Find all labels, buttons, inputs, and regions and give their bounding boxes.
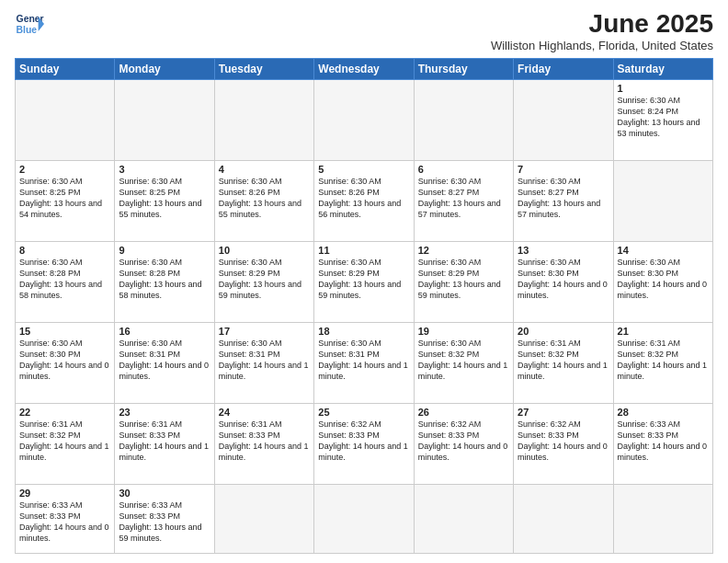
header-wednesday: Wednesday — [314, 59, 414, 80]
day-18: 18 Sunrise: 6:30 AMSunset: 8:31 PMDaylig… — [314, 322, 414, 403]
day-27: 27 Sunrise: 6:32 AMSunset: 8:33 PMDaylig… — [514, 403, 613, 484]
week-row-6: 29 Sunrise: 6:33 AMSunset: 8:33 PMDaylig… — [16, 484, 713, 553]
day-22: 22 Sunrise: 6:31 AMSunset: 8:32 PMDaylig… — [16, 403, 115, 484]
day-10: 10 Sunrise: 6:30 AMSunset: 8:29 PMDaylig… — [214, 241, 313, 322]
empty-cell — [414, 80, 513, 161]
svg-text:Blue: Blue — [17, 25, 38, 35]
day-29: 29 Sunrise: 6:33 AMSunset: 8:33 PMDaylig… — [16, 484, 115, 553]
day-30: 30 Sunrise: 6:33 AMSunset: 8:33 PMDaylig… — [115, 484, 214, 553]
day-17: 17 Sunrise: 6:30 AMSunset: 8:31 PMDaylig… — [214, 322, 313, 403]
day-8: 8 Sunrise: 6:30 AMSunset: 8:28 PMDayligh… — [16, 241, 115, 322]
header-sunday: Sunday — [16, 59, 115, 80]
empty-cell — [314, 484, 414, 553]
header-saturday: Saturday — [613, 59, 712, 80]
day-6: 6 Sunrise: 6:30 AMSunset: 8:27 PMDayligh… — [414, 160, 513, 241]
week-row-1: 1 Sunrise: 6:30 AMSunset: 8:24 PMDayligh… — [16, 80, 713, 161]
day-13: 13 Sunrise: 6:30 AMSunset: 8:30 PMDaylig… — [514, 241, 613, 322]
day-21: 21 Sunrise: 6:31 AMSunset: 8:32 PMDaylig… — [613, 322, 712, 403]
logo-icon: General Blue — [15, 9, 44, 39]
day-7: 7 Sunrise: 6:30 AMSunset: 8:27 PMDayligh… — [514, 160, 613, 241]
week-row-2: 2 Sunrise: 6:30 AMSunset: 8:25 PMDayligh… — [16, 160, 713, 241]
empty-cell — [214, 80, 313, 161]
day-19: 19 Sunrise: 6:30 AMSunset: 8:32 PMDaylig… — [414, 322, 513, 403]
empty-cell — [613, 484, 712, 553]
month-title: June 2025 — [491, 9, 713, 39]
empty-cell — [16, 80, 115, 161]
day-2: 2 Sunrise: 6:30 AMSunset: 8:25 PMDayligh… — [16, 160, 115, 241]
week-row-4: 15 Sunrise: 6:30 AMSunset: 8:30 PMDaylig… — [16, 322, 713, 403]
day-filler — [613, 160, 712, 241]
header-friday: Friday — [514, 59, 613, 80]
header-tuesday: Tuesday — [214, 59, 313, 80]
day-1: 1 Sunrise: 6:30 AMSunset: 8:24 PMDayligh… — [613, 80, 712, 161]
day-14: 14 Sunrise: 6:30 AMSunset: 8:30 PMDaylig… — [613, 241, 712, 322]
day-12: 12 Sunrise: 6:30 AMSunset: 8:29 PMDaylig… — [414, 241, 513, 322]
empty-cell — [514, 484, 613, 553]
header: General Blue June 2025 Williston Highlan… — [15, 9, 713, 52]
day-26: 26 Sunrise: 6:32 AMSunset: 8:33 PMDaylig… — [414, 403, 513, 484]
day-16: 16 Sunrise: 6:30 AMSunset: 8:31 PMDaylig… — [115, 322, 214, 403]
logo: General Blue — [15, 9, 44, 39]
header-monday: Monday — [115, 59, 214, 80]
day-25: 25 Sunrise: 6:32 AMSunset: 8:33 PMDaylig… — [314, 403, 414, 484]
calendar-table: Sunday Monday Tuesday Wednesday Thursday… — [15, 58, 713, 554]
week-row-3: 8 Sunrise: 6:30 AMSunset: 8:28 PMDayligh… — [16, 241, 713, 322]
day-4: 4 Sunrise: 6:30 AMSunset: 8:26 PMDayligh… — [214, 160, 313, 241]
days-header-row: Sunday Monday Tuesday Wednesday Thursday… — [16, 59, 713, 80]
day-20: 20 Sunrise: 6:31 AMSunset: 8:32 PMDaylig… — [514, 322, 613, 403]
day-15: 15 Sunrise: 6:30 AMSunset: 8:30 PMDaylig… — [16, 322, 115, 403]
empty-cell — [115, 80, 214, 161]
empty-cell — [414, 484, 513, 553]
empty-cell — [214, 484, 313, 553]
page: General Blue June 2025 Williston Highlan… — [0, 0, 728, 563]
day-3: 3 Sunrise: 6:30 AMSunset: 8:25 PMDayligh… — [115, 160, 214, 241]
day-24: 24 Sunrise: 6:31 AMSunset: 8:33 PMDaylig… — [214, 403, 313, 484]
header-thursday: Thursday — [414, 59, 513, 80]
day-23: 23 Sunrise: 6:31 AMSunset: 8:33 PMDaylig… — [115, 403, 214, 484]
empty-cell — [514, 80, 613, 161]
day-28: 28 Sunrise: 6:33 AMSunset: 8:33 PMDaylig… — [613, 403, 712, 484]
day-5: 5 Sunrise: 6:30 AMSunset: 8:26 PMDayligh… — [314, 160, 414, 241]
empty-cell — [314, 80, 414, 161]
day-11: 11 Sunrise: 6:30 AMSunset: 8:29 PMDaylig… — [314, 241, 414, 322]
day-9: 9 Sunrise: 6:30 AMSunset: 8:28 PMDayligh… — [115, 241, 214, 322]
location-title: Williston Highlands, Florida, United Sta… — [491, 39, 713, 52]
week-row-5: 22 Sunrise: 6:31 AMSunset: 8:32 PMDaylig… — [16, 403, 713, 484]
title-block: June 2025 Williston Highlands, Florida, … — [491, 9, 713, 52]
